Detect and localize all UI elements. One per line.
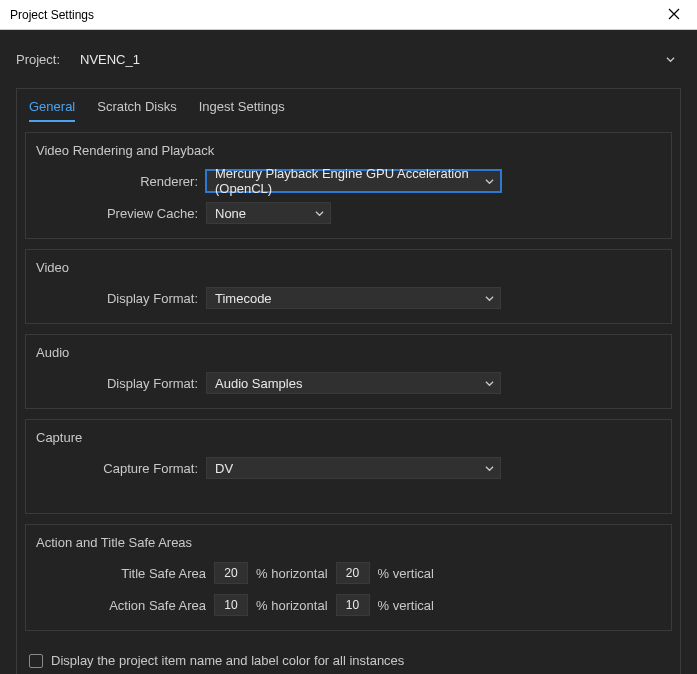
renderer-label: Renderer: bbox=[36, 174, 206, 189]
chevron-down-icon bbox=[485, 379, 494, 388]
close-button[interactable] bbox=[659, 0, 689, 30]
window-title: Project Settings bbox=[10, 8, 94, 22]
capture-format-label: Capture Format: bbox=[36, 461, 206, 476]
video-format-select[interactable]: Timecode bbox=[206, 287, 501, 309]
capture-format-select[interactable]: DV bbox=[206, 457, 501, 479]
section-rendering-title: Video Rendering and Playback bbox=[36, 143, 661, 158]
titlebar: Project Settings bbox=[0, 0, 697, 30]
section-safe-title: Action and Title Safe Areas bbox=[36, 535, 661, 550]
project-select[interactable]: NVENC_1 bbox=[76, 48, 681, 70]
horizontal-unit: % horizontal bbox=[256, 598, 328, 613]
section-audio: Audio Display Format: Audio Samples bbox=[25, 334, 672, 409]
tab-ingest-settings[interactable]: Ingest Settings bbox=[199, 99, 285, 122]
audio-format-value: Audio Samples bbox=[215, 376, 302, 391]
title-safe-v-input[interactable]: 20 bbox=[336, 562, 370, 584]
tab-general[interactable]: General bbox=[29, 99, 75, 122]
audio-format-label: Display Format: bbox=[36, 376, 206, 391]
title-safe-h-input[interactable]: 20 bbox=[214, 562, 248, 584]
row-display-label-color: Display the project item name and label … bbox=[25, 641, 672, 672]
preview-cache-label: Preview Cache: bbox=[36, 206, 206, 221]
capture-format-value: DV bbox=[215, 461, 233, 476]
chevron-down-icon bbox=[485, 177, 494, 186]
vertical-unit: % vertical bbox=[378, 598, 446, 613]
preview-cache-select[interactable]: None bbox=[206, 202, 331, 224]
section-safe-areas: Action and Title Safe Areas Title Safe A… bbox=[25, 524, 672, 631]
dialog-body: Project: NVENC_1 General Scratch Disks I… bbox=[0, 30, 697, 674]
horizontal-unit: % horizontal bbox=[256, 566, 328, 581]
action-safe-h-input[interactable]: 10 bbox=[214, 594, 248, 616]
action-safe-v-input[interactable]: 10 bbox=[336, 594, 370, 616]
close-icon bbox=[668, 6, 680, 24]
section-video: Video Display Format: Timecode bbox=[25, 249, 672, 324]
title-safe-label: Title Safe Area bbox=[36, 566, 206, 581]
renderer-select-value: Mercury Playback Engine GPU Acceleration… bbox=[215, 166, 479, 196]
section-audio-title: Audio bbox=[36, 345, 661, 360]
vertical-unit: % vertical bbox=[378, 566, 446, 581]
tab-scratch-disks[interactable]: Scratch Disks bbox=[97, 99, 176, 122]
section-rendering: Video Rendering and Playback Renderer: M… bbox=[25, 132, 672, 239]
chevron-down-icon bbox=[666, 55, 675, 64]
row-audio-format: Display Format: Audio Samples bbox=[36, 372, 661, 394]
row-action-safe: Action Safe Area 10 % horizontal 10 % ve… bbox=[36, 594, 661, 616]
chevron-down-icon bbox=[315, 209, 324, 218]
video-format-value: Timecode bbox=[215, 291, 272, 306]
renderer-select[interactable]: Mercury Playback Engine GPU Acceleration… bbox=[206, 170, 501, 192]
video-format-label: Display Format: bbox=[36, 291, 206, 306]
row-video-format: Display Format: Timecode bbox=[36, 287, 661, 309]
project-row: Project: NVENC_1 bbox=[16, 48, 681, 70]
audio-format-select[interactable]: Audio Samples bbox=[206, 372, 501, 394]
action-safe-label: Action Safe Area bbox=[36, 598, 206, 613]
row-renderer: Renderer: Mercury Playback Engine GPU Ac… bbox=[36, 170, 661, 192]
section-capture: Capture Capture Format: DV bbox=[25, 419, 672, 514]
row-capture-format: Capture Format: DV bbox=[36, 457, 661, 479]
display-label-color-text: Display the project item name and label … bbox=[51, 653, 404, 668]
section-capture-title: Capture bbox=[36, 430, 661, 445]
tabs: General Scratch Disks Ingest Settings bbox=[17, 89, 680, 122]
section-video-title: Video bbox=[36, 260, 661, 275]
row-preview-cache: Preview Cache: None bbox=[36, 202, 661, 224]
project-label: Project: bbox=[16, 52, 66, 67]
preview-cache-value: None bbox=[215, 206, 246, 221]
display-label-color-checkbox[interactable] bbox=[29, 654, 43, 668]
chevron-down-icon bbox=[485, 464, 494, 473]
row-title-safe: Title Safe Area 20 % horizontal 20 % ver… bbox=[36, 562, 661, 584]
chevron-down-icon bbox=[485, 294, 494, 303]
project-select-value: NVENC_1 bbox=[80, 52, 140, 67]
project-settings-window: Project Settings Project: NVENC_1 Genera… bbox=[0, 0, 697, 674]
settings-panel: General Scratch Disks Ingest Settings Vi… bbox=[16, 88, 681, 674]
sections: Video Rendering and Playback Renderer: M… bbox=[17, 122, 680, 674]
